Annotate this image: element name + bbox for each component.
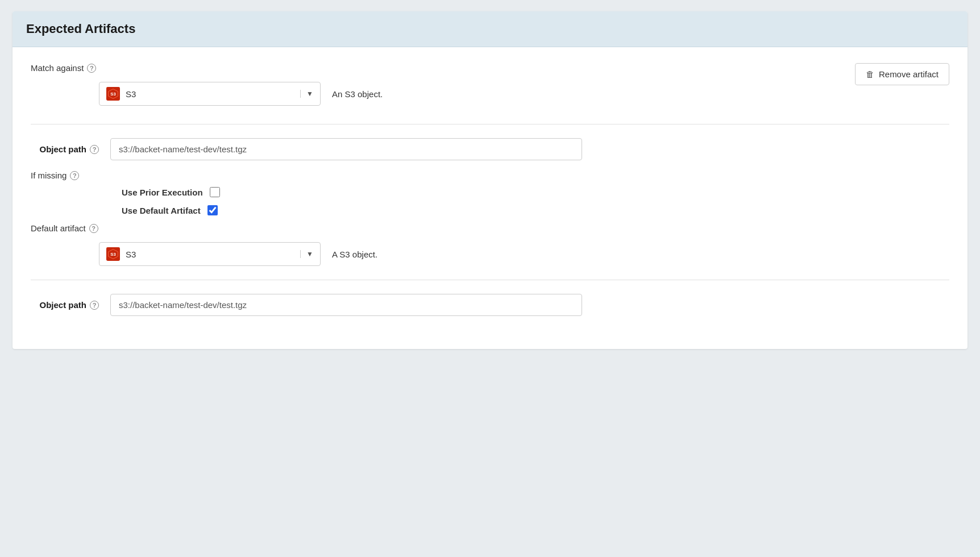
- match-against-dropdown-wrapper: S3 S3 ▼ An S3 object.: [99, 82, 383, 106]
- use-prior-execution-label: Use Prior Execution: [122, 188, 203, 197]
- page-title: Expected Artifacts: [26, 22, 954, 36]
- default-artifact-description: A S3 object.: [332, 250, 377, 259]
- use-default-artifact-label: Use Default Artifact: [122, 206, 201, 215]
- default-artifact-help-icon[interactable]: ?: [89, 224, 98, 233]
- dropdown-chevron-icon: ▼: [300, 90, 313, 98]
- if-missing-label-row: If missing ?: [31, 171, 949, 180]
- object-path-1-help-icon[interactable]: ?: [90, 145, 99, 154]
- remove-artifact-label: Remove artifact: [879, 69, 939, 79]
- svg-text:S3: S3: [110, 252, 116, 257]
- default-artifact-dropdown-wrapper: S3 S3 ▼ A S3 object.: [99, 242, 949, 266]
- use-default-artifact-row: Use Default Artifact: [122, 205, 949, 215]
- default-artifact-section: Default artifact ? S3 S3 ▼ A S3 object.: [31, 223, 949, 266]
- if-missing-help-icon[interactable]: ?: [70, 171, 79, 180]
- match-against-label: Match against: [31, 63, 84, 73]
- object-path-1-label: Object path ?: [31, 144, 99, 154]
- object-path-2-help-icon[interactable]: ?: [90, 301, 99, 310]
- if-missing-section: If missing ? Use Prior Execution Use Def…: [31, 171, 949, 215]
- card-header: Expected Artifacts: [13, 11, 967, 47]
- trash-icon: 🗑: [866, 69, 874, 79]
- default-artifact-label-row: Default artifact ?: [31, 223, 949, 233]
- match-against-left: Match against ? S3 S3 ▼ An S3 object.: [31, 63, 383, 110]
- object-path-1-row: Object path ?: [31, 138, 949, 160]
- object-path-2-input[interactable]: [110, 294, 582, 316]
- divider-2: [31, 280, 949, 280]
- use-default-artifact-checkbox[interactable]: [207, 205, 218, 215]
- remove-artifact-button[interactable]: 🗑 Remove artifact: [855, 63, 949, 85]
- default-dropdown-chevron-icon: ▼: [300, 250, 313, 258]
- divider-1: [31, 124, 949, 124]
- match-against-value: S3: [126, 89, 292, 99]
- match-against-help-icon[interactable]: ?: [87, 64, 96, 73]
- svg-text:S3: S3: [110, 92, 116, 97]
- s3-icon: S3: [106, 87, 120, 101]
- match-against-section: Match against ? S3 S3 ▼ An S3 object.: [31, 63, 949, 110]
- default-artifact-value: S3: [126, 250, 292, 259]
- expected-artifacts-card: Expected Artifacts Match against ? S3: [13, 11, 967, 349]
- object-path-2-label: Object path ?: [31, 300, 99, 310]
- if-missing-label: If missing: [31, 171, 67, 180]
- card-body: Match against ? S3 S3 ▼ An S3 object.: [13, 47, 967, 349]
- default-artifact-label: Default artifact: [31, 223, 86, 233]
- object-path-2-row: Object path ?: [31, 294, 949, 316]
- use-prior-execution-checkbox[interactable]: [210, 187, 220, 197]
- match-against-label-row: Match against ?: [31, 63, 383, 73]
- match-against-dropdown[interactable]: S3 S3 ▼: [99, 82, 321, 106]
- default-s3-icon: S3: [106, 247, 120, 261]
- match-against-description: An S3 object.: [332, 89, 383, 99]
- use-prior-execution-row: Use Prior Execution: [122, 187, 949, 197]
- default-artifact-dropdown[interactable]: S3 S3 ▼: [99, 242, 321, 266]
- object-path-1-input[interactable]: [110, 138, 582, 160]
